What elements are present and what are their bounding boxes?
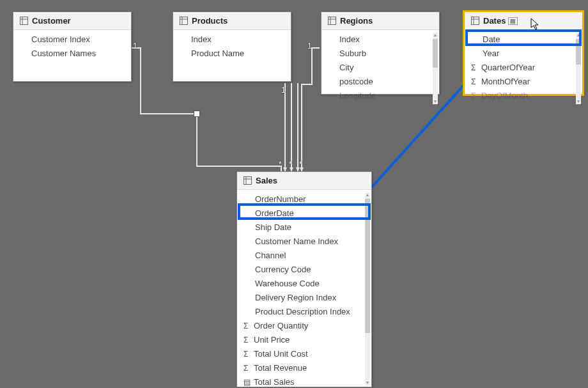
field-row[interactable]: OrderNumber xyxy=(237,192,371,206)
field-label: City xyxy=(339,62,353,74)
field-label: Year xyxy=(483,48,499,59)
table-header[interactable]: Regions xyxy=(321,12,439,30)
scrollbar[interactable]: ▴ ▾ xyxy=(576,33,581,104)
field-label: OrderNumber xyxy=(255,194,306,205)
field-row[interactable]: Product Name xyxy=(173,47,291,61)
field-label: Delivery Region Index xyxy=(255,292,336,304)
field-row[interactable]: Currency Code xyxy=(237,263,371,277)
table-customer[interactable]: Customer Customer Index Customer Names xyxy=(13,12,132,82)
svg-rect-3 xyxy=(180,17,188,25)
field-row[interactable]: Channel xyxy=(237,249,371,263)
cardinality-one: 1 xyxy=(307,42,312,50)
table-header[interactable]: Dates ▤ xyxy=(465,12,582,30)
field-label: Longitude xyxy=(339,90,376,102)
field-label: Index xyxy=(339,34,360,45)
field-row[interactable]: ΣTotal Unit Cost xyxy=(237,347,371,361)
table-icon xyxy=(471,17,479,25)
date-table-badge-icon: ▤ xyxy=(508,17,518,25)
field-label: Index xyxy=(191,34,212,45)
svg-rect-9 xyxy=(472,17,479,25)
field-row[interactable]: Ship Date xyxy=(237,221,371,235)
scroll-thumb[interactable] xyxy=(365,199,370,333)
field-label: postcode xyxy=(339,76,373,88)
field-row[interactable]: ΣQuarterOfYear xyxy=(465,61,582,75)
field-label: Total Revenue xyxy=(254,362,307,374)
field-label: Customer Index xyxy=(31,34,90,45)
field-row[interactable]: City xyxy=(321,61,439,75)
table-icon xyxy=(180,17,188,25)
table-header[interactable]: Customer xyxy=(13,12,131,30)
scroll-up-icon[interactable]: ▴ xyxy=(576,33,581,38)
scroll-down-icon[interactable]: ▾ xyxy=(433,99,438,104)
table-regions[interactable]: Regions Index Suburb City postcode Longi… xyxy=(321,12,440,95)
field-row[interactable]: Longitude xyxy=(321,89,439,103)
field-label: Order Quantity xyxy=(254,320,308,332)
field-row[interactable]: OrderDate xyxy=(237,206,371,221)
cardinality-many: * xyxy=(279,160,282,169)
table-sales[interactable]: Sales OrderNumber OrderDate Ship Date Cu… xyxy=(236,171,372,387)
cardinality-one: 1 xyxy=(281,86,286,95)
svg-rect-12 xyxy=(244,177,252,185)
scroll-down-icon[interactable]: ▾ xyxy=(365,380,370,385)
sigma-icon: Σ xyxy=(244,348,254,360)
field-row[interactable]: ΣUnit Price xyxy=(237,333,371,347)
cardinality-many: * xyxy=(289,160,292,169)
field-row[interactable]: ΣMonthOfYear xyxy=(465,75,582,89)
field-label: Total Sales xyxy=(254,376,295,388)
sigma-icon: Σ xyxy=(471,76,481,88)
field-label: Warehouse Code xyxy=(255,278,320,290)
table-title: Products xyxy=(192,16,228,26)
scroll-up-icon[interactable]: ▴ xyxy=(433,33,438,38)
field-row[interactable]: Year xyxy=(465,47,582,61)
field-label: Customer Name Index xyxy=(255,236,338,247)
field-row[interactable]: Index xyxy=(173,33,291,47)
svg-rect-0 xyxy=(20,17,28,25)
table-dates[interactable]: Dates ▤ Date Year ΣQuarterOfYear ΣMonthO… xyxy=(464,12,583,95)
field-row[interactable]: postcode xyxy=(321,75,439,89)
scroll-down-icon[interactable]: ▾ xyxy=(576,99,581,104)
table-header[interactable]: Products xyxy=(173,12,291,30)
field-row[interactable]: Customer Name Index xyxy=(237,235,371,249)
field-row[interactable]: Suburb xyxy=(321,47,439,61)
scrollbar[interactable]: ▴ ▾ xyxy=(365,192,370,385)
field-label: Product Name xyxy=(191,48,244,59)
table-title: Sales xyxy=(256,176,277,185)
field-label: DayOfMonth xyxy=(481,90,528,102)
field-row[interactable]: Customer Names xyxy=(13,47,131,61)
field-row[interactable]: Product Description Index xyxy=(237,305,371,319)
table-icon xyxy=(244,176,252,185)
field-label: Suburb xyxy=(339,48,366,59)
field-row[interactable]: ΣTotal Revenue xyxy=(237,361,371,375)
table-icon xyxy=(20,17,28,25)
field-label: Customer Names xyxy=(31,48,96,59)
cardinality-many: * xyxy=(299,160,302,169)
field-label: QuarterOfYear xyxy=(481,62,535,74)
sigma-icon: Σ xyxy=(244,320,254,332)
sigma-icon: Σ xyxy=(471,90,481,102)
scrollbar[interactable]: ▴ ▾ xyxy=(433,33,438,104)
field-row[interactable]: Customer Index xyxy=(13,33,131,47)
relationship-filter-box[interactable] xyxy=(194,111,200,117)
sigma-icon: Σ xyxy=(244,362,254,374)
date-hierarchy-icon: ▤ xyxy=(244,376,254,388)
table-icon xyxy=(328,17,336,25)
field-row[interactable]: ▤Total Sales xyxy=(237,375,371,388)
scroll-thumb[interactable] xyxy=(433,39,438,68)
sigma-icon: Σ xyxy=(471,62,481,74)
table-title: Regions xyxy=(340,16,373,26)
svg-rect-6 xyxy=(329,17,336,25)
sigma-icon: Σ xyxy=(244,334,254,346)
field-row[interactable]: Warehouse Code xyxy=(237,277,371,291)
field-row[interactable]: ΣDayOfMonth xyxy=(465,89,582,103)
field-row[interactable]: Index xyxy=(321,33,439,47)
scroll-up-icon[interactable]: ▴ xyxy=(365,192,370,198)
table-title: Dates xyxy=(483,16,506,26)
field-row[interactable]: Date xyxy=(465,33,582,47)
field-label: Ship Date xyxy=(255,222,291,233)
scroll-thumb[interactable] xyxy=(576,39,581,65)
field-label: MonthOfYear xyxy=(481,76,530,88)
field-row[interactable]: Delivery Region Index xyxy=(237,291,371,305)
field-row[interactable]: ΣOrder Quantity xyxy=(237,319,371,333)
table-products[interactable]: Products Index Product Name xyxy=(173,12,291,82)
table-header[interactable]: Sales xyxy=(237,172,371,190)
